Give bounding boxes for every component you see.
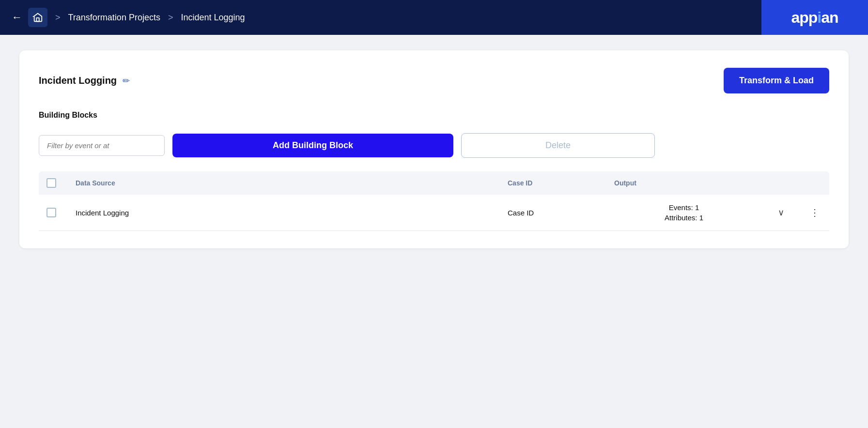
header-checkbox[interactable] (46, 178, 56, 188)
breadcrumb-sep-2: > (168, 13, 173, 23)
breadcrumb-sep-1: > (55, 13, 61, 23)
row-expand-button[interactable]: ∨ (761, 207, 800, 218)
table-header-output: Output (606, 178, 761, 188)
row-checkbox-cell (39, 208, 68, 217)
main-card: Incident Logging ✏ Transform & Load Buil… (19, 50, 849, 248)
output-attributes: Attributes: 1 (665, 214, 703, 222)
add-building-block-button[interactable]: Add Building Block (172, 134, 453, 157)
output-events: Events: 1 (669, 203, 699, 212)
breadcrumb-projects[interactable]: Transformation Projects (68, 13, 160, 23)
delete-button[interactable]: Delete (461, 133, 655, 158)
table-header-expand (761, 178, 800, 188)
row-kebab-menu[interactable]: ⋮ (800, 207, 829, 218)
app-header: ← > Transformation Projects > Incident L… (0, 0, 868, 35)
filter-input[interactable] (39, 135, 165, 156)
action-row: Add Building Block Delete (39, 133, 829, 158)
building-blocks-label: Building Blocks (39, 111, 829, 120)
home-icon (32, 12, 43, 23)
card-title: Incident Logging (39, 75, 117, 86)
home-icon-box[interactable] (28, 8, 47, 27)
table-header-actions (800, 178, 829, 188)
card-title-area: Incident Logging ✏ (39, 75, 130, 86)
appian-logo: appian (791, 9, 838, 27)
header-left: ← > Transformation Projects > Incident L… (12, 8, 831, 27)
card-header-row: Incident Logging ✏ Transform & Load (39, 68, 829, 93)
row-checkbox[interactable] (46, 208, 56, 217)
row-case-id: Case ID (500, 209, 606, 217)
table-row: Incident Logging Case ID Events: 1 Attri… (39, 195, 829, 231)
breadcrumb-incident-logging: Incident Logging (181, 13, 245, 23)
table-header-row: Data Source Case ID Output (39, 171, 829, 195)
row-data-source: Incident Logging (68, 209, 500, 217)
svg-rect-0 (36, 18, 39, 21)
edit-title-icon[interactable]: ✏ (123, 76, 130, 86)
table-header-data-source: Data Source (68, 178, 500, 188)
back-button[interactable]: ← (12, 11, 22, 24)
main-content: Incident Logging ✏ Transform & Load Buil… (0, 35, 868, 264)
table-header-checkbox-col (39, 178, 68, 188)
transform-load-button[interactable]: Transform & Load (724, 68, 829, 93)
table-container: Data Source Case ID Output Incident Logg… (39, 171, 829, 231)
row-output: Events: 1 Attributes: 1 (606, 203, 761, 222)
appian-logo-area: appian (761, 0, 868, 35)
table-header-case-id: Case ID (500, 178, 606, 188)
